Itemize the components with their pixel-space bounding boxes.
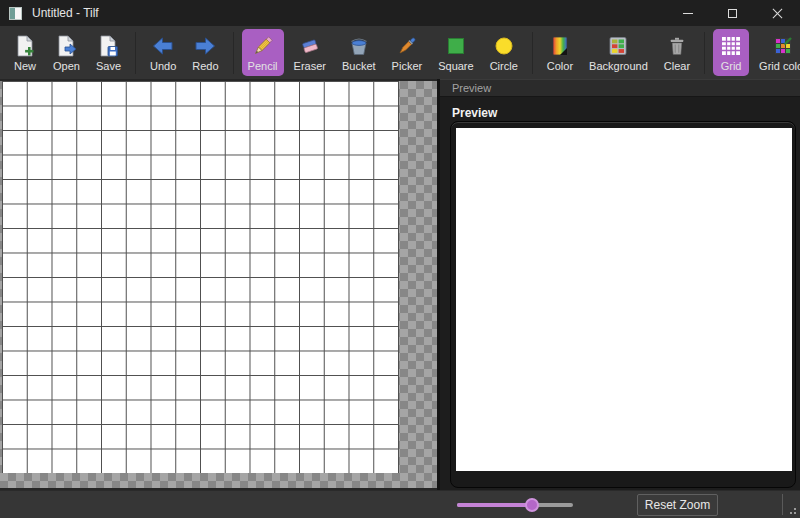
circle-icon [492,34,516,58]
minimize-button[interactable] [665,0,710,26]
preview-box [450,121,796,488]
toolbar-button-eraser[interactable]: Eraser [288,29,332,76]
toolbar-button-color[interactable]: Color [541,29,579,76]
square-icon [444,34,468,58]
toolbar-button-label: Color [547,60,573,72]
toolbar-button-label: Redo [192,60,218,72]
undo-arrow-icon [151,34,175,58]
toolbar-button-save[interactable]: Save [90,29,127,76]
toolbar-button-label: Background [589,60,648,72]
toolbar-button-circle[interactable]: Circle [484,29,524,76]
pencil-icon [251,34,275,58]
toolbar: New Open Save Undo [0,26,800,79]
redo-arrow-icon [193,34,217,58]
toolbar-button-clear[interactable]: Clear [658,29,696,76]
grid-color-icon [771,34,795,58]
toolbar-button-redo[interactable]: Redo [186,29,224,76]
toolbar-separator [532,32,533,74]
tab-preview[interactable]: Preview [452,82,491,94]
toolbar-button-label: New [14,60,36,72]
toolbar-button-label: Open [53,60,80,72]
toolbar-button-undo[interactable]: Undo [144,29,182,76]
toolbar-button-label: Square [438,60,473,72]
zoom-slider-fill [457,503,532,507]
toolbar-button-label: Pencil [248,60,278,72]
close-icon [772,8,783,19]
window-title: Untitled - Tilf [32,6,99,20]
new-file-icon [13,34,37,58]
close-button[interactable] [755,0,800,26]
preview-heading: Preview [452,106,788,120]
toolbar-button-label: Eraser [294,60,326,72]
open-file-icon [54,34,78,58]
toolbar-button-new[interactable]: New [7,29,43,76]
toolbar-button-pencil[interactable]: Pencil [242,29,284,76]
toolbar-separator [135,32,136,74]
toolbar-separator [233,32,234,74]
pixel-canvas[interactable] [2,81,399,473]
toolbar-button-picker[interactable]: Picker [386,29,429,76]
titlebar: Untitled - Tilf [0,0,800,26]
reset-zoom-button[interactable]: Reset Zoom [637,494,718,516]
toolbar-button-background[interactable]: Background [583,29,654,76]
maximize-button[interactable] [710,0,755,26]
preview-panel: Preview Preview [437,79,800,490]
eraser-icon [298,34,322,58]
toolbar-button-square[interactable]: Square [432,29,479,76]
background-icon [606,34,630,58]
toolbar-button-label: Bucket [342,60,376,72]
zoom-slider[interactable] [457,491,573,518]
toolbar-button-label: Picker [392,60,423,72]
preview-image [456,128,792,471]
main-area: Preview Preview [0,79,800,490]
statusbar-separator [782,494,783,515]
toolbar-button-label: Undo [150,60,176,72]
grid-icon [719,34,743,58]
minimize-icon [683,13,693,14]
toolbar-button-label: Circle [490,60,518,72]
preview-tabstrip: Preview [440,79,800,97]
statusbar: Reset Zoom [0,490,800,518]
save-file-icon [96,34,120,58]
toolbar-separator [704,32,705,74]
toolbar-button-label: Grid color [759,60,800,72]
toolbar-button-label: Save [96,60,121,72]
toolbar-button-label: Clear [664,60,690,72]
toolbar-button-bucket[interactable]: Bucket [336,29,382,76]
toolbar-button-label: Grid [721,60,742,72]
app-window: Untitled - Tilf New Open [0,0,800,518]
toolbar-button-grid[interactable]: Grid [713,29,749,76]
trash-icon [665,34,689,58]
app-icon [9,7,22,20]
color-palette-icon [548,34,572,58]
canvas-area [0,79,437,490]
resize-grip-icon[interactable] [787,505,796,514]
maximize-icon [728,9,737,18]
bucket-icon [347,34,371,58]
toolbar-button-open[interactable]: Open [47,29,86,76]
zoom-slider-thumb[interactable] [525,498,539,512]
window-controls [665,0,800,26]
color-picker-icon [395,34,419,58]
toolbar-button-grid-color[interactable]: Grid color [753,29,800,76]
